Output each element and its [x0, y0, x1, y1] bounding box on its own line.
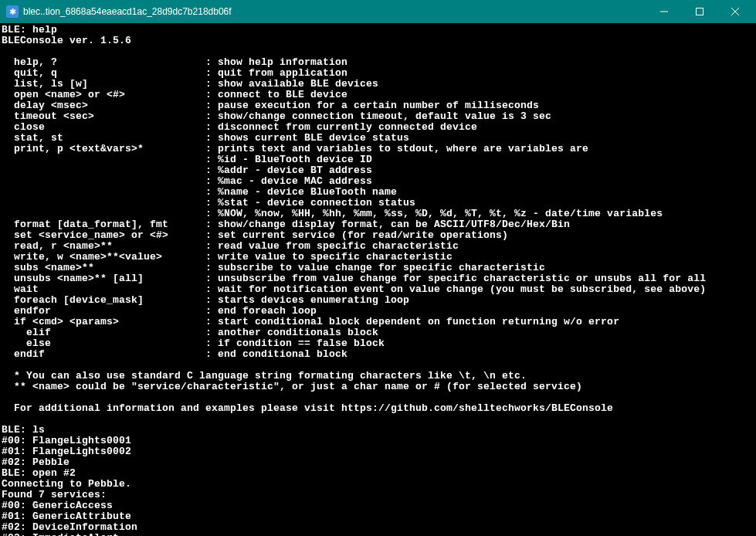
terminal-line: format [data_format], fmt : show/change … [2, 219, 754, 230]
terminal-line [2, 414, 754, 425]
terminal-line: #03: ImmediateAlert [2, 533, 754, 536]
app-icon: ✱ [6, 5, 19, 18]
terminal-line: help, ? : show help information [2, 57, 754, 68]
terminal-line: * You can also use standard C language s… [2, 371, 754, 382]
svg-rect-1 [697, 8, 703, 15]
terminal-line: print, p <text&vars>* : prints text and … [2, 144, 754, 154]
terminal-line: : %addr - device BT address [2, 165, 754, 176]
terminal-line [2, 392, 754, 403]
terminal-line: open <name> or <#> : connect to BLE devi… [2, 90, 754, 100]
terminal-line [2, 46, 754, 57]
terminal-line: : %name - device BlueTooth name [2, 187, 754, 198]
terminal-line: #02: Pebble [2, 457, 754, 468]
terminal-line: ** <name> could be "service/characterist… [2, 382, 754, 392]
terminal-line: else : if condition == false block [2, 338, 754, 349]
maximize-button[interactable] [682, 0, 717, 23]
terminal-line: list, ls [w] : show available BLE device… [2, 79, 754, 90]
terminal-line: BLEConsole ver. 1.5.6 [2, 36, 754, 46]
terminal-line: if <cmd> <params> : start conditional bl… [2, 317, 754, 327]
terminal-line: elif : another conditionals block [2, 327, 754, 338]
terminal-line: : %mac - device MAC address [2, 176, 754, 187]
terminal-line: close : disconnect from currently connec… [2, 122, 754, 133]
window-title: blec..tion_6868a54eaeacd1ac_28d9dc7b218d… [23, 6, 646, 17]
terminal-line: set <service_name> or <#> : set current … [2, 230, 754, 241]
terminal-line: timeout <sec> : show/change connection t… [2, 111, 754, 122]
terminal-line [2, 360, 754, 371]
terminal-line: : %id - BlueTooth device ID [2, 154, 754, 165]
terminal-line: #01: FlangeLights0002 [2, 446, 754, 457]
terminal-line: : %NOW, %now, %HH, %hh, %mm, %ss, %D, %d… [2, 209, 754, 219]
terminal-line: : %stat - device connection status [2, 198, 754, 209]
terminal-line: endif : end conditional block [2, 349, 754, 360]
terminal-line: #00: FlangeLights0001 [2, 436, 754, 446]
terminal-line: #01: GenericAttribute [2, 511, 754, 522]
terminal-line: #00: GenericAccess [2, 500, 754, 511]
terminal-line: write, w <name>**<value> : write value t… [2, 252, 754, 263]
minimize-button[interactable] [646, 0, 682, 23]
terminal-line: #02: DeviceInformation [2, 522, 754, 533]
close-button[interactable] [717, 0, 753, 23]
terminal-line: BLE: ls [2, 425, 754, 436]
terminal-line: For additional information and examples … [2, 403, 754, 414]
terminal-line: unsubs <name>** [all] : unsubscribe from… [2, 273, 754, 284]
terminal-line: Connecting to Pebble. [2, 479, 754, 490]
terminal-line: subs <name>** : subscribe to value chang… [2, 263, 754, 273]
terminal-line: foreach [device_mask] : starts devices e… [2, 295, 754, 306]
terminal-line: read, r <name>** : read value from speci… [2, 241, 754, 252]
terminal-line: BLE: help [2, 25, 754, 36]
terminal-line: BLE: open #2 [2, 468, 754, 479]
terminal-line: quit, q : quit from application [2, 68, 754, 79]
terminal-output[interactable]: BLE: helpBLEConsole ver. 1.5.6 help, ? :… [0, 23, 756, 536]
terminal-line: delay <msec> : pause execution for a cer… [2, 100, 754, 111]
window-titlebar: ✱ blec..tion_6868a54eaeacd1ac_28d9dc7b21… [0, 0, 756, 23]
window-controls [646, 0, 753, 23]
terminal-line: stat, st : shows current BLE device stat… [2, 133, 754, 144]
terminal-line: wait : wait for notification event on va… [2, 284, 754, 295]
terminal-line: Found 7 services: [2, 490, 754, 500]
terminal-line: endfor : end foreach loop [2, 306, 754, 317]
